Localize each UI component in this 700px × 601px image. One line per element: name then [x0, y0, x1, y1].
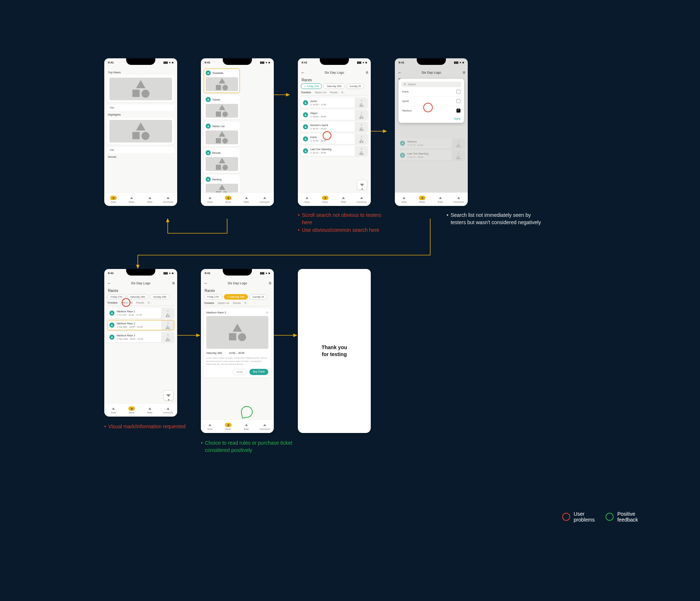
filter-opt-keirin[interactable]: Keirin [401, 87, 461, 97]
nav-community[interactable]: Community [450, 193, 468, 206]
legend-problems: User problems [562, 511, 595, 523]
chip-saturday-active[interactable]: Saturday 28th [224, 294, 248, 300]
search-input[interactable]: 🔍︎Search [401, 82, 461, 87]
filter-fab[interactable] [357, 180, 367, 190]
chip-friday[interactable]: Friday 27th [204, 294, 222, 300]
nav-home[interactable]: Home [298, 193, 316, 206]
chip-sunday[interactable]: Sunday 29 [346, 83, 364, 89]
race-item[interactable]: AKeirin◷21:30 – 22:00☆ [301, 134, 368, 144]
screen-body: ←Six Day Logo≡ Races Friday 27th Saturda… [298, 66, 371, 206]
nav-community[interactable]: Community [256, 420, 274, 433]
page-title: Races [302, 78, 367, 82]
star-icon[interactable]: ☆ [266, 311, 268, 314]
nav-community[interactable]: Community [159, 403, 177, 417]
buy-ticket-button[interactable]: Buy Ticket [249, 369, 268, 375]
phone-notch [126, 58, 155, 65]
nav-home[interactable]: Home [201, 420, 219, 433]
nav-community[interactable]: Community [159, 193, 177, 206]
tile-starter-list[interactable]: AStarter List [204, 122, 240, 146]
status-time: 9:41 [108, 61, 114, 64]
nav-races[interactable]: Races [122, 403, 141, 417]
race-list[interactable]: AJunior◷16:00 – 17:00☆ AStayer◷19:00 – 2… [301, 98, 368, 156]
checkbox[interactable] [456, 99, 460, 103]
checkbox[interactable] [456, 90, 460, 94]
nav-races[interactable]: Races [122, 193, 141, 206]
back-icon[interactable]: ← [301, 70, 305, 75]
thanks-message: Thank youfor testing [298, 269, 371, 433]
tile-results[interactable]: AResults [204, 148, 240, 173]
race-item[interactable]: AJunior◷16:00 – 17:00☆ [301, 98, 368, 108]
nav-rules[interactable]: Rules [237, 420, 256, 433]
chip-sunday[interactable]: Sunday 29 [249, 294, 267, 300]
day-chips[interactable]: Friday 27th Saturday 28th Sunday 29 [204, 294, 271, 300]
chip-sunday[interactable]: Sunday 29th [150, 294, 170, 299]
nav-rules[interactable]: Rules [141, 193, 159, 206]
race-actions[interactable]: ☆ [355, 98, 368, 108]
nav-races[interactable]: Races [219, 420, 237, 433]
detail-meta: Saturday 28th19:00 – 20:00 [206, 352, 268, 354]
bottom-nav: Home Races Rules Community [201, 419, 274, 433]
race-item[interactable]: AWomen's Sprint◷20:20 – 21:00☆ [301, 122, 368, 132]
chip-saturday[interactable]: Saturday 28th [127, 294, 148, 299]
race-item[interactable]: ALast One Standing◷22:10 – 23:00☆ [301, 146, 368, 156]
menu-icon[interactable]: ≡ [366, 70, 368, 75]
news-card[interactable] [107, 75, 174, 102]
day-chips[interactable]: Friday 27th Saturday 28th Sunday 29th [107, 294, 174, 299]
annotation-search-list: Search list not immediately seen by test… [447, 211, 541, 226]
star-icon[interactable]: ☆ [360, 99, 363, 102]
problem-mark [323, 131, 331, 140]
nav-community[interactable]: Community [353, 193, 371, 206]
problem-mark [122, 298, 131, 307]
screen-home: 9:41 ▮▮▮●■ Top News Title Highlights Tit… [104, 58, 177, 206]
nav-races[interactable]: Races [219, 193, 237, 206]
screen-race-detail: 9:41▮▮▮●■ ←Six Day Logo≡ Races Friday 27… [201, 269, 274, 433]
nav-home[interactable]: Home [104, 403, 122, 417]
filter-fab[interactable] [163, 390, 174, 401]
rules-button[interactable]: Rules [233, 369, 247, 375]
nav-races[interactable]: Races [316, 193, 334, 206]
race-item[interactable]: AMadison Race 1◷Fri 27th · 16:00 – 17:00… [107, 308, 174, 318]
tab-timetable[interactable]: Timetable [301, 91, 311, 94]
tile-timetable[interactable]: ATimetable [204, 69, 240, 93]
problem-mark [423, 103, 433, 112]
detail-buttons: Rules Buy Ticket [206, 369, 268, 375]
phone-notch [126, 269, 155, 276]
race-item[interactable]: AStayer◷19:00 – 20:00☆ [301, 110, 368, 120]
chip-saturday[interactable]: Saturday 28th [323, 83, 345, 89]
chip-friday[interactable]: Friday 27th [107, 294, 126, 299]
screen-race-list: 9:41▮▮▮●■ ←Six Day Logo≡ Races Friday 27… [298, 58, 371, 206]
nav-community[interactable]: Community [256, 193, 274, 206]
nav-rules[interactable]: Rules [334, 193, 353, 206]
filter-icon [360, 184, 364, 186]
nav-home[interactable]: Home [201, 193, 219, 206]
highlight-card[interactable] [107, 118, 174, 145]
nav-rules[interactable]: Rules [431, 193, 450, 206]
apply-button[interactable]: Apply [401, 115, 461, 120]
tile-tickets[interactable]: ATickets [204, 95, 240, 120]
news-title: Title [107, 105, 174, 111]
chip-friday[interactable]: Friday 27th [301, 83, 322, 89]
back-icon[interactable]: ← [107, 281, 112, 286]
menu-icon[interactable]: ≡ [172, 281, 174, 286]
nav-home[interactable]: Home [104, 193, 122, 206]
checkbox-checked[interactable] [456, 109, 460, 113]
race-item-selected[interactable]: AMadison Race 2◷Sat 28th · 19:00 – 20:00… [107, 320, 174, 330]
nav-rules[interactable]: Rules [141, 403, 159, 417]
nav-home[interactable]: Home [395, 193, 413, 206]
screen-races-tiles: 9:41▮▮▮●■ ATimetable ATickets AStarter L… [201, 58, 274, 206]
menu-icon[interactable]: ≡ [269, 281, 271, 286]
nav-rules[interactable]: Rules [237, 193, 256, 206]
race-item[interactable]: AMadison Race 3◷Sun 29th · 23:00 – 01:00… [107, 332, 174, 342]
tab-more[interactable]: R… [341, 91, 345, 94]
header-logo: Six Day Logo [324, 71, 344, 74]
day-chips[interactable]: Friday 27th Saturday 28th Sunday 29 [301, 83, 368, 89]
image-placeholder [109, 78, 172, 100]
bottom-nav: Home Races Rules Community [298, 192, 371, 206]
race-detail-title: Madison Race 2 [206, 311, 226, 314]
back-icon[interactable]: ← [204, 281, 208, 286]
tab-starter[interactable]: Starter List [315, 91, 326, 94]
tab-results[interactable]: Results [330, 91, 338, 94]
nav-races[interactable]: Races [413, 193, 431, 206]
phone-notch [320, 58, 349, 65]
image-placeholder [206, 316, 268, 349]
